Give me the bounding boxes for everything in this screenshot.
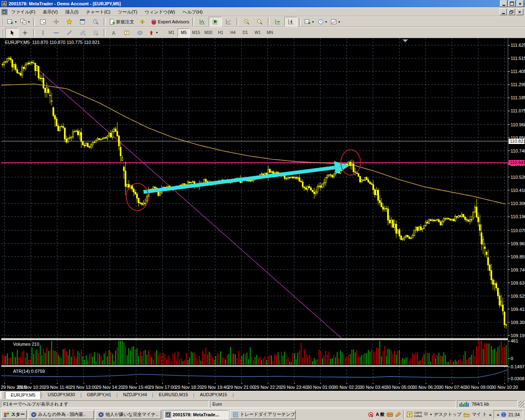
taskbar-item-firefox-1[interactable]: みんなの外為 - 国内最.. (28, 410, 94, 419)
folder-icon[interactable] (463, 412, 470, 417)
minimize-button[interactable] (500, 0, 507, 7)
new-chart-button[interactable]: ▾ (5, 17, 18, 27)
toolbar-separator (33, 29, 35, 37)
mdi-minimize-button[interactable] (500, 9, 507, 15)
chart-tab-eurusd[interactable]: EURUSD,M15 (154, 391, 193, 398)
time-label-16: 30 Nov 06:20 (412, 385, 439, 390)
timeframe-button-m1[interactable]: M1 (165, 28, 178, 37)
cursor-tool-button[interactable] (5, 28, 18, 38)
taskbar-item-metatrader[interactable]: 2001578: MetaTrade... (163, 410, 228, 419)
chart-tab-eurjpy[interactable]: EURJPY,M5 (5, 391, 41, 399)
ime-dictionary-icon[interactable] (395, 412, 401, 417)
navigator-button[interactable] (50, 17, 63, 27)
expert-advisors-label: Expert Advisors (158, 19, 189, 24)
new-order-label: 新規注文 (116, 19, 134, 25)
templates-button[interactable]: ▾ (329, 17, 342, 27)
chart-plot[interactable]: EURJPY,M5 110.870 110.870 110.775 110.82… (1, 38, 508, 383)
data-window-button[interactable] (76, 17, 89, 27)
expert-advisors-button[interactable]: Expert Advisors (149, 17, 191, 27)
caps-kana-indicator[interactable]: CAPSKANA (414, 411, 422, 418)
timeframe-button-h4[interactable]: H4 (227, 28, 239, 37)
toolbar-grip[interactable] (2, 18, 4, 25)
menu-item-0[interactable]: ファイル(F) (7, 8, 39, 16)
timeframe-button-m30[interactable]: M30 (202, 28, 215, 37)
line-chart-mode-button[interactable] (222, 17, 235, 27)
new-order-button[interactable]: 新規注文 (107, 17, 136, 27)
chart-window-icon[interactable] (2, 9, 7, 15)
tray-clock[interactable]: 21:34 (508, 412, 520, 417)
time-label-3: 29 Nov 13:00 (70, 385, 97, 390)
chart-tab-audjpy[interactable]: AUDJPY,M15 (195, 391, 232, 398)
timeframe-button-m5[interactable]: M5 (178, 28, 190, 37)
resize-grip[interactable] (518, 401, 524, 407)
axis-tick (508, 230, 510, 231)
chart-shift-button[interactable] (284, 17, 297, 27)
timeframe-button-d1[interactable]: D1 (239, 28, 251, 37)
my-toolbar-label[interactable]: マイ ト (472, 411, 487, 418)
bar-chart-mode-button[interactable] (196, 17, 209, 27)
timeframe-button-h1[interactable]: H1 (215, 28, 227, 37)
ime-mode-indicator[interactable]: A 般 (376, 411, 385, 418)
chart-tab-usdjpy[interactable]: USDJPY,M30 (43, 391, 80, 398)
toolbar-chevron[interactable]: » (489, 412, 491, 417)
metaeditor-warning-button[interactable]: ! (136, 17, 149, 27)
taskbar-item-trade-diary[interactable]: トレードダイアリーテンプレー... (230, 410, 296, 419)
mdi-close-button[interactable]: × (516, 9, 523, 15)
market-watch-button[interactable] (37, 17, 50, 27)
chart-tab-nzdjpy[interactable]: NZDJPY,H4 (118, 391, 152, 398)
menu-bar: ファイル(F)表示(V)挿入(I)チャート(C)ツール(T)ウィンドウ(W)ヘル… (0, 7, 525, 16)
standard-toolbar: ▾ ▾ 新規注文 ! Expert Advisors (0, 16, 525, 27)
menu-item-3[interactable]: チャート(C) (82, 8, 114, 16)
arrows-tool-button[interactable]: ▾ (146, 28, 160, 38)
start-button[interactable]: スタート (1, 410, 27, 419)
ime-help-icon[interactable]: ? (407, 412, 412, 417)
toolbar-grip[interactable] (2, 29, 4, 37)
close-button[interactable]: × (516, 0, 524, 7)
timeframe-button-mn[interactable]: MN (264, 28, 276, 37)
kana-pin-icon[interactable] (424, 412, 428, 417)
text-label-tool-button[interactable]: T (120, 28, 133, 38)
ime-pad-icon[interactable] (387, 412, 393, 417)
horizontal-line-tool-button[interactable] (50, 28, 63, 38)
connection-signal-icon (459, 402, 469, 407)
auto-scroll-button[interactable] (271, 17, 284, 27)
globe-tray-icon[interactable] (501, 412, 507, 418)
trendline-tool-button[interactable] (63, 28, 76, 38)
desktop-toolbar-label[interactable]: デスクトップ (434, 411, 462, 418)
tabs-scroll-area[interactable] (0, 392, 5, 399)
chart-tab-gbpjpy[interactable]: GBPJPY,H1 (82, 391, 116, 398)
menu-item-6[interactable]: ヘルプ(H) (179, 8, 206, 16)
mdi-restore-button[interactable] (508, 9, 515, 15)
favorites-star-button[interactable] (63, 17, 76, 27)
tray-collapse-chevron[interactable]: « (497, 412, 499, 417)
crosshair-tool-button[interactable] (18, 28, 32, 38)
time-axis[interactable]: 29 Nov 201029 Nov 10:2029 Nov 11:4029 No… (0, 383, 525, 391)
menu-item-5[interactable]: ウィンドウ(W) (141, 8, 179, 16)
axis-tick (508, 124, 510, 125)
strategy-tester-button[interactable] (89, 17, 102, 27)
ime-options-arrow[interactable]: ▾ (430, 413, 432, 416)
vertical-line-tool-button[interactable] (37, 28, 50, 38)
axis-tick (508, 269, 510, 270)
title-bar[interactable]: 2001578: MetaTrader - Demo Account - [EU… (0, 0, 525, 7)
profiles-button[interactable]: ▾ (18, 17, 32, 27)
taskbar-item-firefox-2[interactable]: 他人が嫌いな完全マイナ.. (96, 410, 161, 419)
svg-text:T: T (126, 31, 128, 34)
menu-item-4[interactable]: ツール(T) (114, 8, 141, 16)
menu-item-1[interactable]: 表示(V) (39, 8, 62, 16)
timeframe-button-w1[interactable]: W1 (251, 28, 264, 37)
channel-tool-button[interactable]: E (76, 28, 89, 38)
price-axis[interactable]: 111.625111.515111.405111.295111.185111.0… (508, 38, 525, 383)
shapes-tool-button[interactable] (133, 28, 146, 38)
timeframe-button-m15[interactable]: M15 (190, 28, 202, 37)
text-tool-button[interactable]: A (107, 28, 120, 38)
quicktime-tray-icon[interactable] (368, 412, 374, 418)
candlestick-mode-button[interactable] (209, 17, 222, 27)
periods-button[interactable]: ▾ (315, 17, 329, 27)
zoom-in-button[interactable] (240, 17, 253, 27)
zoom-out-button[interactable] (253, 17, 266, 27)
indicators-button[interactable]: ▾ (302, 17, 315, 27)
menu-item-2[interactable]: 挿入(I) (62, 8, 82, 16)
maximize-button[interactable] (508, 0, 516, 7)
fibonacci-tool-button[interactable]: F (89, 28, 102, 38)
